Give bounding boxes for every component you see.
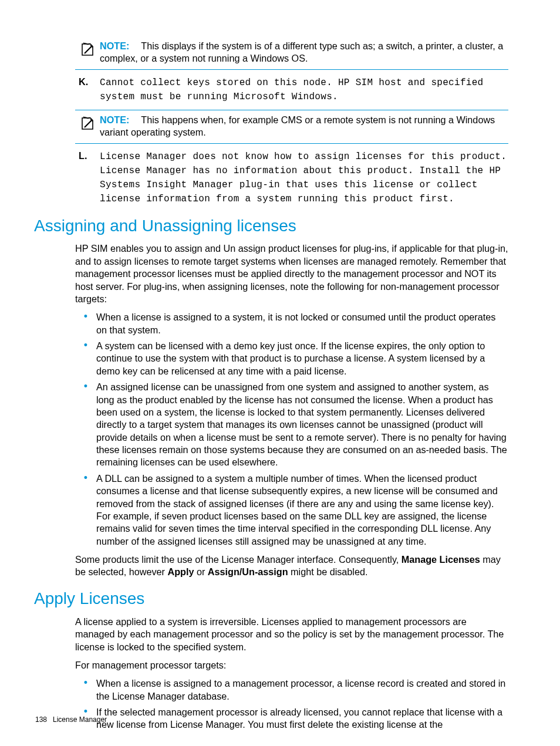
bullet-text: A DLL can be assigned to a system a mult… bbox=[96, 472, 508, 548]
closing-bold: Manage Licenses bbox=[402, 554, 480, 565]
note-icon bbox=[75, 114, 100, 130]
heading-assigning: Assigning and Unassigning licenses bbox=[34, 215, 508, 237]
note-body: NOTE:This happens when, for example CMS … bbox=[100, 114, 508, 139]
heading-apply: Apply Licenses bbox=[34, 588, 508, 610]
letter-marker: L. bbox=[75, 150, 100, 162]
bullet-text: When a license is assigned to a system, … bbox=[96, 311, 508, 336]
content-wrap: NOTE:This displays if the system is of a… bbox=[75, 36, 508, 206]
section1-intro: HP SIM enables you to assign and Un assi… bbox=[75, 242, 508, 305]
note-label: NOTE: bbox=[100, 114, 129, 125]
page-number: 138 bbox=[35, 715, 47, 724]
section1-body: HP SIM enables you to assign and Un assi… bbox=[75, 242, 508, 578]
bullet-text: A system can be licensed with a demo key… bbox=[96, 340, 508, 377]
footer-title: License Manager bbox=[53, 715, 107, 724]
bullet-text: An assigned license can be unassigned fr… bbox=[96, 381, 508, 469]
list-item: •If the selected management processor is… bbox=[75, 706, 508, 731]
bullet-icon: • bbox=[75, 311, 96, 323]
section2-body: A license applied to a system is irrever… bbox=[75, 616, 508, 731]
note-body: NOTE:This displays if the system is of a… bbox=[100, 40, 508, 65]
closing-part: might be disabled. bbox=[288, 566, 368, 577]
closing-bold: Apply bbox=[167, 566, 194, 577]
letter-marker: K. bbox=[75, 76, 100, 88]
letter-item-k: K. Cannot collect keys stored on this no… bbox=[75, 76, 508, 104]
section1-bullets: •When a license is assigned to a system,… bbox=[75, 311, 508, 548]
closing-bold: Assign/Un-assign bbox=[208, 566, 288, 577]
note-text: This happens when, for example CMS or a … bbox=[100, 114, 495, 137]
letter-item-l: L. License Manager does not know how to … bbox=[75, 150, 508, 206]
closing-part: Some products limit the use of the Licen… bbox=[75, 554, 402, 565]
bullet-icon: • bbox=[75, 381, 96, 393]
note-text: This displays if the system is of a diff… bbox=[100, 40, 503, 63]
letter-body: Cannot collect keys stored on this node.… bbox=[100, 76, 508, 104]
section1-closing: Some products limit the use of the Licen… bbox=[75, 553, 508, 579]
bullet-icon: • bbox=[75, 340, 96, 352]
note-block-2: NOTE:This happens when, for example CMS … bbox=[75, 110, 508, 144]
list-item: •An assigned license can be unassigned f… bbox=[75, 381, 508, 469]
bullet-icon: • bbox=[75, 677, 96, 689]
section2-lead: For management processor targets: bbox=[75, 659, 508, 671]
letter-body: License Manager does not know how to ass… bbox=[100, 150, 508, 206]
note-label: NOTE: bbox=[100, 40, 129, 51]
list-item: •A system can be licensed with a demo ke… bbox=[75, 340, 508, 377]
bullet-text: When a license is assigned to a manageme… bbox=[96, 677, 508, 703]
note-block-1: NOTE:This displays if the system is of a… bbox=[75, 36, 508, 70]
section2-intro: A license applied to a system is irrever… bbox=[75, 616, 508, 653]
bullet-icon: • bbox=[75, 472, 96, 484]
list-item: •A DLL can be assigned to a system a mul… bbox=[75, 472, 508, 548]
page-footer: 138License Manager bbox=[35, 715, 107, 725]
list-item: •When a license is assigned to a managem… bbox=[75, 677, 508, 703]
note-icon bbox=[75, 40, 100, 56]
section2-bullets: •When a license is assigned to a managem… bbox=[75, 677, 508, 731]
closing-part: or bbox=[194, 566, 207, 577]
list-item: •When a license is assigned to a system,… bbox=[75, 311, 508, 336]
bullet-text: If the selected management processor is … bbox=[96, 706, 508, 731]
